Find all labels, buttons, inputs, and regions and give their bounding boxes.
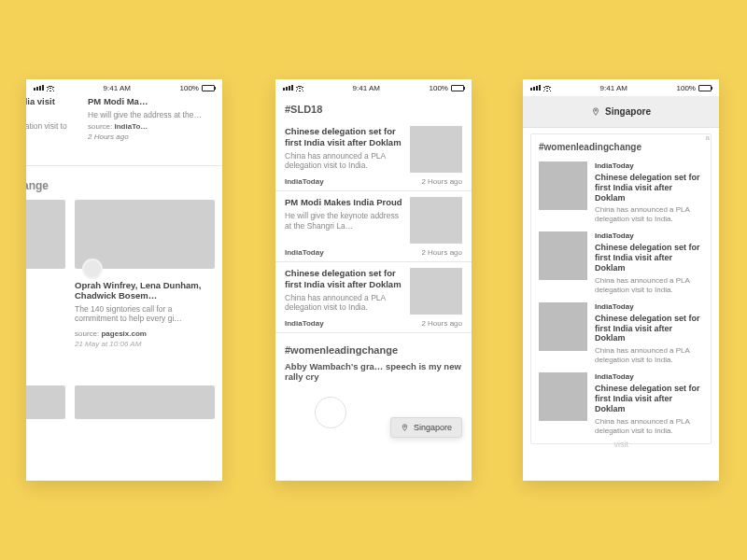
article-desc: China has announced a PLA delegation vis… [595,205,703,224]
article-time: urs ago [26,153,75,161]
card-title: Oprah Winfrey, Lena Dunham, Chadwick Bos… [75,280,215,301]
section-hashtag[interactable]: #SLD18 [275,96,472,120]
article-desc: na has announced a PLA egation visit to … [26,121,75,141]
article-thumb [539,231,587,280]
article-row[interactable]: Chinese delegation set for first India v… [275,262,472,315]
article-source: IndiaToday [595,302,703,311]
card-image [26,385,65,419]
article-meta: IndiaToday 2 Hours ago [275,315,472,333]
article-source: IndiaToday [595,161,703,170]
card-image [75,385,215,419]
article-source: IndiaToday [595,372,703,381]
status-bar: 9:41 AM 100% [275,79,472,96]
touch-indicator [315,397,346,428]
article-desc: China has announced a PLA delegation vis… [595,276,703,295]
battery-percent: 100% [180,84,199,92]
article-thumb [539,302,587,351]
article-title: Chinese delegation set for first India v… [595,173,703,203]
story-card[interactable]: ation ry raged ed… [26,200,65,348]
article-desc: China has announced a PLA delegation vis… [285,293,402,313]
battery-icon [202,85,215,91]
article-title[interactable]: PM Modi Ma… [88,96,222,107]
article-desc: China has announced a PLA delegation vis… [285,151,402,171]
section-hashtag[interactable]: #womenleadingchange [275,333,472,361]
article-title: Chinese delegation set for first India v… [595,243,703,273]
battery-percent: 100% [677,84,696,92]
article-title: Chinese delegation set for first India v… [595,384,703,413]
wifi-icon [543,84,551,91]
section-heading[interactable]: m Road [26,348,222,385]
edge-hint: a [706,133,710,142]
article-row[interactable]: PM Modi Makes India Proud He will give t… [275,191,472,244]
pin-icon [401,424,409,432]
article-thumb [539,161,587,210]
wifi-icon [47,84,54,91]
mockup-screen-1: 9:41 AM 100% se delegation set for India… [26,79,222,481]
status-time: 9:41 AM [104,84,131,92]
card-desc: The 140 signtories call for a commitment… [75,304,215,324]
svg-point-0 [404,426,406,427]
article-desc: He will give the keynote address at the … [285,211,402,231]
article-title: Chinese delegation set for first India v… [285,126,402,148]
ghost-text: visit [614,440,629,449]
article-desc: China has announced a PLA delegation vis… [595,417,703,436]
article-thumb [410,268,462,315]
section-hashtag[interactable]: #womenleadingchange [26,166,222,200]
status-bar: 9:41 AM 100% [26,79,222,96]
battery-icon [451,85,464,91]
wifi-icon [296,84,303,91]
article-row[interactable]: Chinese delegation set for first India v… [275,120,472,173]
article-time: 2 Hours ago [88,133,222,141]
article-title: Chinese delegation set for first India v… [285,268,402,290]
card-source: source: pagesix.com [75,329,215,338]
section-hashtag[interactable]: #womenleadingchange [531,134,711,154]
list-item[interactable]: IndiaToday Chinese delegation set for fi… [531,295,711,365]
card-date: 21 May at 10:06 AM [75,340,215,348]
article-title: PM Modi Makes India Proud [285,197,402,208]
location-header[interactable]: Singapore [523,96,719,128]
signal-icon [34,85,44,91]
status-time: 9:41 AM [353,84,380,92]
list-item[interactable]: IndiaToday Chinese delegation set for fi… [531,154,711,224]
story-card[interactable]: Oprah Winfrey, Lena Dunham, Chadwick Bos… [75,200,215,348]
article-title[interactable]: se delegation set for India visit after … [26,96,75,119]
article-thumb [410,197,462,244]
signal-icon [283,85,293,91]
pin-icon [591,107,600,117]
avatar [82,259,103,279]
article-desc: He will give the address at the… [88,110,222,120]
article-meta: IndiaToday 2 Hours ago [275,173,472,191]
card-image [26,200,65,269]
card-image [75,200,215,269]
svg-point-1 [595,109,597,111]
article-source: source: IndiaToday [26,143,75,151]
article-thumb [410,126,462,173]
results-panel: #womenleadingchange IndiaToday Chinese d… [530,133,712,444]
article-thumb [539,372,587,421]
status-bar: 9:41 AM 100% [523,79,719,96]
list-item[interactable]: IndiaToday Chinese delegation set for fi… [531,365,711,435]
location-chip[interactable]: Singapore [390,417,462,438]
article-source: IndiaToday [595,231,703,240]
article-desc: China has announced a PLA delegation vis… [595,346,703,365]
article-source: source: IndiaTo… [88,122,222,131]
mockup-screen-3: 9:41 AM 100% Singapore a #womenleadingch… [523,79,719,481]
article-meta: IndiaToday 2 Hours ago [275,244,472,262]
battery-icon [698,85,712,91]
mockup-screen-2: 9:41 AM 100% #SLD18 Chinese delegation s… [275,79,472,481]
signal-icon [530,85,541,91]
list-item[interactable]: IndiaToday Chinese delegation set for fi… [531,224,711,294]
article-title: Chinese delegation set for first India v… [595,314,703,343]
article-title[interactable]: Abby Wambach's gra… speech is my new ral… [275,361,472,382]
status-time: 9:41 AM [600,84,627,92]
battery-percent: 100% [430,84,448,92]
